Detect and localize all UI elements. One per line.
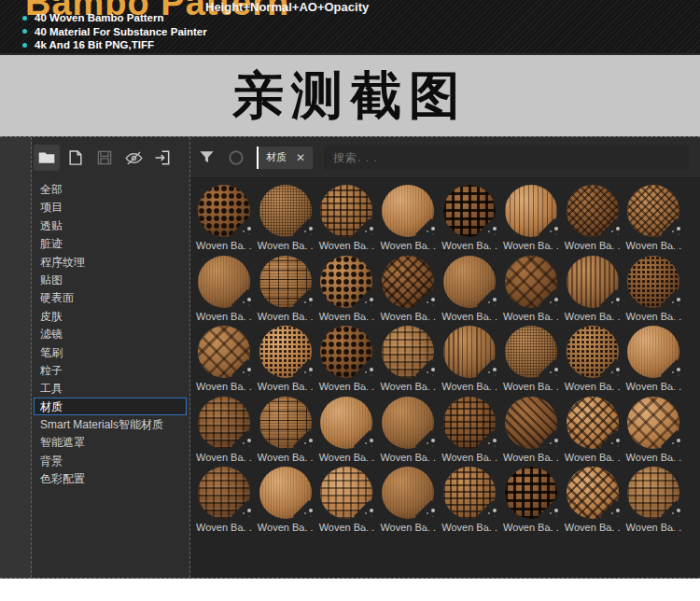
feature-text: 4k And 16 Bit PNG,TIFF: [35, 39, 154, 50]
material-tile[interactable]: Woven Ba...: [193, 185, 255, 256]
material-badge-icon: [554, 509, 558, 512]
material-badge-icon: [616, 298, 620, 301]
save-icon[interactable]: [91, 145, 118, 171]
material-tile[interactable]: Woven Ba...: [562, 185, 623, 256]
feature-item: 40 Woven Bambo Pattern: [22, 11, 207, 25]
material-tile[interactable]: Woven Ba...: [255, 397, 316, 468]
material-tile[interactable]: Woven Ba...: [562, 326, 623, 397]
material-tile[interactable]: Woven Ba...: [439, 467, 500, 538]
material-tile[interactable]: Woven Ba...: [316, 397, 378, 468]
refresh-icon[interactable]: [227, 148, 245, 167]
sidebar-category-item[interactable]: 滤镜: [34, 325, 187, 342]
feature-text: 40 Material For Substance Painter: [35, 26, 207, 37]
material-tile[interactable]: Woven Ba...: [623, 397, 685, 468]
bullet-dot-icon: [22, 43, 27, 48]
material-tile[interactable]: Woven Ba...: [377, 467, 439, 538]
sidebar-category-item[interactable]: 皮肤: [34, 307, 187, 325]
sidebar-category-item[interactable]: Smart Materials智能材质: [34, 415, 187, 433]
material-sphere-thumbnail: [198, 326, 250, 378]
material-badge-icon: [309, 439, 313, 442]
filter-tag-chip[interactable]: 材质 ✕: [257, 147, 313, 169]
material-tile[interactable]: Woven Ba...: [255, 326, 316, 397]
material-tile[interactable]: Woven Ba...: [500, 185, 562, 256]
material-tile[interactable]: Woven Ba...: [255, 467, 316, 538]
shelf-window: 全部项目透贴脏迹程序纹理贴图硬表面皮肤滤镜笔刷粒子工具材质Smart Mater…: [0, 136, 700, 579]
material-tile[interactable]: Woven Ba...: [377, 185, 439, 256]
filter-tag-label: 材质: [266, 150, 287, 164]
import-icon[interactable]: [149, 145, 175, 171]
sidebar-category-item[interactable]: 背景: [34, 452, 187, 469]
material-tile[interactable]: Woven Ba...: [500, 326, 562, 397]
close-icon[interactable]: ✕: [296, 152, 305, 163]
material-tile[interactable]: Woven Ba...: [193, 326, 255, 397]
material-sphere-thumbnail: [505, 326, 557, 378]
sidebar-category-item[interactable]: 硬表面: [34, 288, 187, 306]
material-badge-icon: [554, 227, 558, 231]
material-tile[interactable]: Woven Ba...: [316, 326, 378, 397]
filter-icon[interactable]: [198, 148, 216, 166]
sidebar-category-item[interactable]: 材质: [34, 398, 187, 415]
feature-text: 40 Woven Bambo Pattern: [35, 12, 163, 23]
material-tile[interactable]: Woven Ba...: [500, 467, 562, 538]
material-tile[interactable]: Woven Ba...: [562, 397, 623, 468]
sidebar-category-item[interactable]: 程序纹理: [34, 253, 187, 271]
sidebar-category-item[interactable]: 全部: [34, 180, 187, 198]
bottom-margin: [0, 579, 700, 599]
material-badge-icon: [616, 509, 620, 512]
material-sphere-thumbnail: [567, 256, 619, 308]
material-tile[interactable]: Woven Ba...: [623, 185, 685, 256]
material-tile[interactable]: Woven Ba...: [439, 397, 500, 468]
material-tile[interactable]: Woven Ba...: [439, 326, 500, 397]
new-file-icon[interactable]: [63, 145, 89, 171]
material-tile[interactable]: Woven Ba...: [377, 326, 439, 397]
material-sphere-thumbnail: [443, 185, 496, 237]
material-tile[interactable]: Woven Ba...: [500, 256, 562, 327]
material-tile[interactable]: Woven Ba...: [439, 256, 500, 327]
material-tile[interactable]: Woven Ba...: [316, 467, 378, 538]
left-margin-strip: [0, 137, 32, 578]
material-sphere-thumbnail: [505, 467, 557, 519]
material-tile[interactable]: Woven Ba...: [623, 326, 685, 397]
search-input[interactable]: [324, 146, 689, 170]
material-tile[interactable]: Woven Ba...: [193, 256, 255, 327]
material-tile[interactable]: Woven Ba...: [623, 467, 685, 538]
material-tile[interactable]: Woven Ba...: [193, 397, 255, 468]
material-tile[interactable]: Woven Ba...: [562, 467, 623, 538]
material-sphere-thumbnail: [320, 397, 372, 449]
material-badge-icon: [493, 439, 497, 442]
material-tile[interactable]: Woven Ba...: [377, 397, 439, 468]
material-badge-icon: [309, 298, 313, 301]
material-tile[interactable]: Woven Ba...: [439, 185, 500, 256]
sidebar-category-item[interactable]: 色彩配置: [34, 469, 187, 487]
eye-off-icon[interactable]: [120, 145, 147, 171]
material-badge-icon: [493, 298, 497, 301]
material-sphere-thumbnail: [567, 397, 619, 449]
material-tile[interactable]: Woven Ba...: [500, 397, 562, 468]
material-tile[interactable]: Woven Ba...: [193, 467, 255, 538]
sidebar-category-item[interactable]: 贴图: [34, 271, 187, 288]
filter-bar: 材质 ✕: [190, 137, 700, 177]
materials-grid-area: Woven Ba... Woven Ba... Woven Ba... Wove…: [190, 177, 700, 578]
sidebar-category-item[interactable]: 项目: [34, 198, 187, 216]
material-tile[interactable]: Woven Ba...: [377, 256, 439, 327]
sidebar-category-item[interactable]: 智能遮罩: [34, 433, 187, 451]
material-tile[interactable]: Woven Ba...: [623, 256, 685, 327]
material-tile[interactable]: Woven Ba...: [316, 185, 378, 256]
material-badge-icon: [431, 439, 435, 442]
material-tile[interactable]: Woven Ba...: [562, 256, 623, 327]
material-sphere-thumbnail: [382, 256, 434, 308]
sidebar-category-item[interactable]: 笔刷: [34, 343, 187, 361]
material-tile[interactable]: Woven Ba...: [255, 256, 316, 327]
sidebar-category-item[interactable]: 透贴: [34, 217, 187, 234]
material-sphere-thumbnail: [198, 467, 250, 519]
sidebar-category-item[interactable]: 粒子: [34, 361, 187, 379]
material-badge-icon: [616, 368, 620, 371]
material-tile[interactable]: Woven Ba...: [316, 256, 378, 327]
sidebar-category-item[interactable]: 工具: [34, 379, 187, 397]
material-tile[interactable]: Woven Ba...: [255, 185, 316, 256]
sidebar-category-item[interactable]: 脏迹: [34, 234, 187, 252]
material-sphere-thumbnail: [259, 326, 312, 378]
material-badge-icon: [554, 439, 558, 442]
folder-icon[interactable]: [34, 145, 60, 171]
material-badge-icon: [247, 227, 251, 231]
